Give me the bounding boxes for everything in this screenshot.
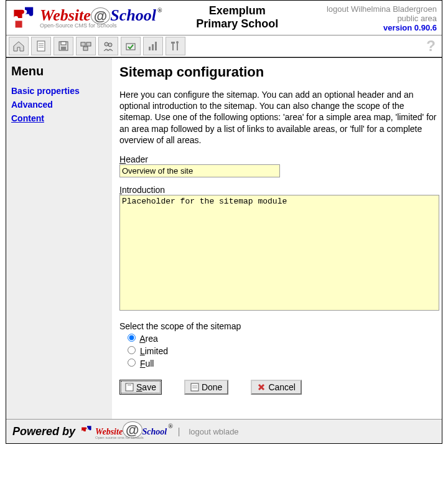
page-title: Sitemap configuration: [119, 64, 439, 80]
tools-icon[interactable]: [166, 37, 185, 55]
save-disk-icon[interactable]: [54, 37, 73, 55]
scope-radio-area[interactable]: [128, 334, 136, 342]
logout-link[interactable]: logout Wilhelmina Bladergroen: [312, 4, 437, 14]
sidebar-item-advanced[interactable]: Advanced: [11, 100, 107, 110]
footer-logout-link[interactable]: logout wblade: [189, 427, 238, 436]
svg-rect-22: [191, 383, 198, 391]
scope-label: Select the scope of the sitemap: [119, 321, 439, 331]
svg-rect-8: [86, 42, 91, 46]
config-check-icon[interactable]: [121, 37, 141, 55]
svg-rect-9: [83, 47, 88, 50]
stats-icon[interactable]: [143, 37, 163, 55]
sidebar: Menu Basic properties Advanced Content: [6, 58, 112, 419]
scope-option-area[interactable]: Area: [124, 332, 439, 344]
logo-wordmark: Website@School®: [40, 7, 162, 24]
logo-tagline: Open-Source CMS for Schools: [40, 22, 162, 29]
scope-radio-full[interactable]: [128, 359, 136, 367]
introduction-textarea[interactable]: [119, 195, 439, 311]
home-icon[interactable]: [9, 37, 29, 55]
cancel-x-icon: [257, 383, 266, 392]
done-small-icon: [190, 383, 199, 392]
svg-point-19: [176, 41, 179, 44]
header-input[interactable]: [119, 164, 280, 177]
svg-rect-5: [61, 42, 66, 45]
public-area-link[interactable]: public area: [312, 14, 437, 23]
svg-point-11: [108, 43, 112, 47]
svg-rect-21: [128, 383, 131, 386]
save-button[interactable]: Save: [119, 380, 162, 395]
toolbar: ?: [6, 35, 442, 57]
school-name: Exemplum Primary School: [162, 4, 312, 30]
puzzle-icon: [11, 4, 39, 32]
svg-rect-13: [149, 47, 151, 50]
done-button[interactable]: Done: [184, 380, 228, 395]
svg-rect-7: [81, 42, 85, 46]
svg-rect-12: [126, 44, 135, 50]
scope-option-limited[interactable]: Limited: [124, 344, 439, 356]
svg-rect-0: [37, 41, 45, 51]
powered-by-label: Powered by: [12, 425, 75, 438]
footer-separator: |: [178, 426, 180, 436]
save-small-icon: [125, 383, 134, 392]
scope-option-full[interactable]: Full: [124, 357, 439, 369]
puzzle-icon: [80, 425, 94, 438]
app-logo: Website@School® Open-Source CMS for Scho…: [11, 4, 162, 32]
cancel-button[interactable]: Cancel: [251, 380, 302, 395]
svg-rect-6: [61, 47, 66, 50]
svg-rect-15: [155, 42, 157, 50]
sidebar-item-basic-properties[interactable]: Basic properties: [11, 86, 107, 96]
svg-point-10: [105, 42, 108, 46]
menu-title: Menu: [11, 64, 107, 78]
page-icon[interactable]: [31, 37, 51, 55]
modules-icon[interactable]: [76, 37, 96, 55]
version-label: version 0.90.6: [312, 23, 437, 32]
sidebar-item-content[interactable]: Content: [11, 113, 107, 123]
page-description: Here you can configure the sitemap. You …: [119, 89, 439, 146]
svg-rect-14: [152, 44, 154, 50]
header-field-label: Header: [119, 154, 439, 164]
svg-rect-18: [171, 42, 175, 44]
users-icon[interactable]: [98, 37, 118, 55]
help-icon[interactable]: ?: [422, 37, 439, 55]
footer-logo: Website@School® Open source cms for scho…: [80, 423, 173, 439]
introduction-field-label: Introduction: [119, 185, 439, 195]
scope-radio-limited[interactable]: [128, 346, 136, 354]
